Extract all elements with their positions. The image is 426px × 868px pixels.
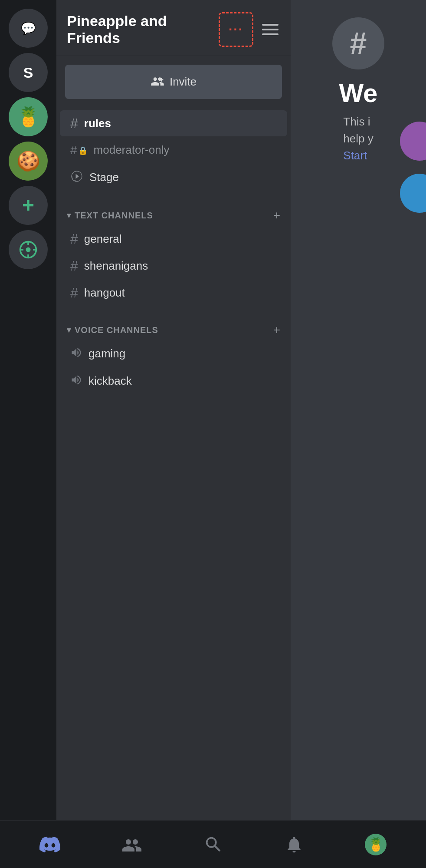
- channel-name-gaming: gaming: [88, 347, 125, 360]
- nav-profile[interactable]: 🍍: [356, 829, 395, 860]
- text-channels-chevron: ▾: [67, 211, 71, 220]
- channel-name-shenanigans: shenanigans: [84, 259, 148, 273]
- channel-panel-header: Pineapple and Friends ···: [56, 0, 291, 56]
- server-icon-pineapple[interactable]: 🍍: [9, 97, 48, 136]
- header-actions: ···: [219, 12, 280, 47]
- welcome-text-2: help y: [343, 132, 373, 145]
- bottom-nav: 🍍: [0, 820, 426, 868]
- text-channels-label: TEXT CHANNELS: [75, 211, 153, 221]
- cookie-emoji: 🍪: [16, 150, 40, 172]
- channel-gaming[interactable]: gaming: [60, 340, 287, 367]
- channel-stage[interactable]: Stage: [60, 164, 287, 191]
- hash-icon-rules: #: [70, 116, 78, 130]
- category-text-channels[interactable]: ▾ TEXT CHANNELS +: [56, 199, 291, 225]
- channel-hangout[interactable]: # hangout: [60, 280, 287, 306]
- channel-general[interactable]: # general: [60, 226, 287, 252]
- voice-channels-chevron: ▾: [67, 325, 71, 335]
- search-icon: [203, 835, 223, 855]
- main-content: # We This i help y Start: [291, 0, 426, 820]
- add-voice-channel-button[interactable]: +: [273, 324, 280, 336]
- server-icon-messages[interactable]: 💬: [9, 9, 48, 48]
- invite-label: Invite: [170, 75, 197, 89]
- hash-icon-general: #: [70, 232, 78, 246]
- server-bar: 💬 S 🍍 🍪 +: [0, 0, 56, 820]
- welcome-title: We: [339, 78, 378, 108]
- voice-channels-title: ▾ VOICE CHANNELS: [67, 325, 158, 335]
- voice-icon-gaming: [70, 347, 82, 361]
- nav-notifications[interactable]: [276, 830, 312, 859]
- add-text-channel-button[interactable]: +: [273, 209, 280, 221]
- channel-shenanigans[interactable]: # shenanigans: [60, 253, 287, 279]
- voice-channels-label: VOICE CHANNELS: [75, 325, 158, 335]
- channel-name-hangout: hangout: [84, 286, 125, 300]
- add-icon: +: [22, 195, 34, 216]
- channel-name-kickback: kickback: [88, 374, 132, 388]
- discord-logo-icon: [39, 834, 60, 855]
- welcome-channel-icon: #: [332, 17, 384, 69]
- nav-friends[interactable]: [113, 831, 151, 858]
- pineapple-emoji: 🍍: [16, 106, 40, 128]
- hash-welcome-icon: #: [350, 28, 367, 59]
- hamburger-line-2: [262, 29, 279, 30]
- welcome-description: This i help y Start: [343, 113, 373, 164]
- channel-name-stage: Stage: [89, 171, 119, 184]
- stage-icon: [70, 170, 83, 185]
- channel-panel: Pineapple and Friends ··· Invit: [56, 0, 291, 820]
- hash-icon-hangout: #: [70, 286, 78, 300]
- notifications-icon: [285, 835, 304, 855]
- invite-button[interactable]: Invite: [65, 65, 282, 99]
- hamburger-line-3: [262, 33, 279, 35]
- channel-kickback[interactable]: kickback: [60, 368, 287, 394]
- profile-avatar: 🍍: [365, 834, 387, 855]
- server-icon-s[interactable]: S: [9, 53, 48, 92]
- welcome-link-text: Start: [343, 149, 367, 162]
- channel-name-rules: rules: [84, 117, 111, 130]
- more-dots-icon: ···: [229, 22, 243, 37]
- invite-svg-icon: [151, 74, 164, 86]
- friends-icon: [121, 835, 142, 854]
- channel-rules[interactable]: # rules: [60, 110, 287, 136]
- hash-icon-shenanigans: #: [70, 259, 78, 273]
- messages-icon: 💬: [21, 21, 36, 36]
- channel-name-general: general: [84, 232, 122, 246]
- svg-point-1: [26, 248, 31, 252]
- server-icon-cookie[interactable]: 🍪: [9, 142, 48, 181]
- nav-discord[interactable]: [31, 830, 69, 859]
- channel-moderator-only[interactable]: #🔒 moderator-only: [60, 137, 287, 163]
- category-voice-channels[interactable]: ▾ VOICE CHANNELS +: [56, 314, 291, 340]
- hash-lock-icon-moderator: #🔒: [70, 144, 88, 156]
- hamburger-button[interactable]: [260, 22, 280, 37]
- server-icon-discover[interactable]: [9, 230, 48, 269]
- discover-icon-svg: [19, 240, 38, 259]
- welcome-text-1: This i: [343, 115, 370, 128]
- server-icon-add[interactable]: +: [9, 186, 48, 225]
- more-options-button[interactable]: ···: [219, 12, 253, 47]
- channel-name-moderator-only: moderator-only: [94, 143, 170, 157]
- s-label: S: [23, 64, 33, 81]
- nav-search[interactable]: [195, 830, 232, 859]
- channel-list: # rules #🔒 moderator-only: [56, 106, 291, 820]
- text-channels-title: ▾ TEXT CHANNELS: [67, 211, 153, 221]
- hamburger-line-1: [262, 24, 279, 26]
- server-name: Pineapple and Friends: [67, 13, 219, 46]
- voice-icon-kickback: [70, 374, 82, 388]
- invite-icon: [151, 74, 164, 89]
- welcome-start-link[interactable]: Start: [343, 149, 367, 162]
